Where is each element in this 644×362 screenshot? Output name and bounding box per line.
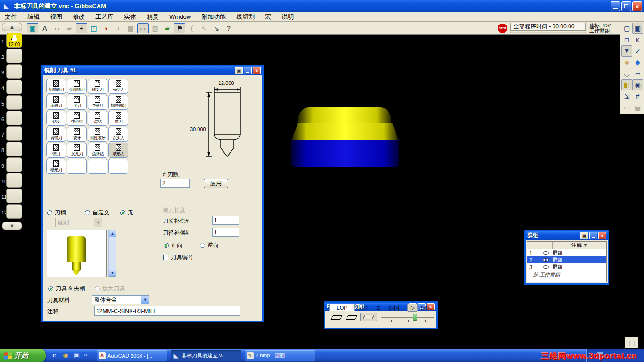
cs-plane-icon[interactable]: ◰ [88,23,99,33]
internet-explorer-icon[interactable]: e [50,351,58,359]
menu-wire-edm[interactable]: 线切割 [236,13,255,21]
direction-radio-forward[interactable]: 正向 [164,241,182,249]
tool-type-counterbore[interactable]: 沉孔刀 [67,143,87,158]
tool-type-backboring[interactable]: 背镗刀 [46,127,66,142]
menu-macro[interactable]: 宏 [265,13,271,21]
shank-radio-custom[interactable]: 自定义 [85,209,109,217]
direction-radio-reverse[interactable]: 逆向 [200,241,219,249]
arc-icon[interactable]: ◖ [113,23,124,33]
view-radio-zoom-tool[interactable]: 放大刀具 [95,285,125,293]
minimize-button[interactable] [611,1,620,11]
tool-slot-7[interactable] [6,126,22,141]
comment-input[interactable] [94,306,240,316]
tool-type-empty[interactable] [108,159,128,174]
group-row-3[interactable]: 3 群组 [527,263,606,271]
profile-icon[interactable]: ◗ [100,23,112,33]
length-comp-input[interactable] [212,216,239,225]
menu-wizard[interactable]: 精灵 [147,13,159,21]
tool-type-shellmill[interactable]: 壳型刀 [108,79,128,94]
pocket-icon[interactable]: ◈ [621,57,632,68]
stop-playback-button[interactable]: □ [377,304,380,311]
tool-type-rigidtap[interactable]: 刚性攻牙 [88,127,107,142]
render-flat-icon[interactable] [331,315,343,320]
group-row-2-selected[interactable]: 2 群组 [527,256,606,263]
help-cursor-icon[interactable]: ? [223,23,234,33]
preview-scrollbar[interactable]: ▲ ▼ [108,230,116,277]
render-icon[interactable]: ◉ [632,79,643,90]
task-gibbscam-active[interactable]: ◣ 非标刀具的建立.v... [171,350,241,361]
tool-type-endmill-rough[interactable]: 切端铣刀 [67,79,87,94]
close-button[interactable]: × [632,1,642,11]
group-table-header[interactable]: 注解 [527,242,606,249]
scroll-down-icon[interactable]: ▼ [109,270,116,277]
tool-slot-4[interactable] [6,80,22,94]
material-dropdown[interactable]: 整体合金 ▼ [92,295,149,304]
tool-slot-5[interactable] [6,95,22,110]
copy-stack-icon[interactable]: ▤ [632,102,643,113]
render-tool-selected-button[interactable] [360,313,377,321]
eye-closed-icon[interactable] [543,265,549,269]
pin-icon[interactable]: ▣ [580,232,588,239]
apply-button[interactable]: 应用 [204,179,228,188]
cursor-flag-icon[interactable]: ↘ [211,23,222,33]
render-tool-icon[interactable] [346,315,358,320]
drill-tool-icon[interactable]: ▼ [621,45,632,57]
dialog-close-button[interactable]: × [253,67,261,74]
dimension-icon[interactable]: # [632,90,643,102]
tool-type-formtool[interactable]: 成形刀 [108,143,128,158]
tool-type-boring[interactable]: 镗刀 [108,111,128,126]
tool-slot-9[interactable] [6,157,22,172]
eye-closed-icon[interactable] [543,251,549,255]
tool-slot-10[interactable] [6,173,22,188]
speed-slider-thumb[interactable] [413,314,417,321]
tool-type-drill[interactable]: 钻头 [46,111,66,126]
tool-slot-8[interactable] [6,142,22,156]
shank-radio-none[interactable]: 无 [120,209,133,217]
menu-process-lib[interactable]: 工艺库 [95,13,114,21]
tool-slot-12[interactable] [6,204,22,219]
mill-dropdown[interactable]: 铣削 ▼ [55,218,102,227]
new-doc-icon[interactable]: ▢ [621,23,632,34]
tool-slot-3[interactable] [6,64,22,79]
tool-type-ballmill[interactable]: 球头刀 [88,79,107,94]
palette-minimize-button[interactable] [589,232,597,239]
tool-type-endmill-flat[interactable]: 切端铣刀 [46,79,66,94]
doc-tool-icon[interactable]: ⇲ [621,90,632,102]
tool-type-empty[interactable] [67,159,87,174]
dialog-minimize-button[interactable] [244,67,252,74]
quick-launch-overflow[interactable]: » [84,352,87,358]
scroll-up-icon[interactable]: ▲ [109,230,116,237]
menu-file[interactable]: 文件 [5,13,17,21]
diameter-comp-input[interactable] [212,228,239,237]
surface-icon[interactable]: ▨ [149,23,161,33]
tool-type-reamer[interactable]: 铰刀 [46,143,66,158]
tool-type-flycutter[interactable]: 飞刀 [67,95,87,110]
tool-list-scroll-up[interactable]: ▲ [2,23,22,31]
tool-type-empty[interactable] [88,159,107,174]
tool-type-facemill[interactable]: 面铣刀 [46,95,66,110]
menu-help[interactable]: 说明 [281,13,294,21]
eyelash-icon[interactable]: ◡ [621,68,632,79]
view-radio-tool-holder[interactable]: 刀具 & 夹柄 [48,285,85,293]
tool-list-scroll-down[interactable]: ▼ [2,222,22,230]
select-text-icon[interactable]: A [39,23,50,33]
select-quad-icon[interactable]: ▣ [27,23,38,33]
wire-cube-icon[interactable]: ▱ [51,23,63,33]
tool-type-spotface[interactable]: 鱼眼钻 [88,143,107,158]
start-button[interactable]: 开始 [0,349,46,362]
plot-icon[interactable]: ▤ [125,23,136,33]
trim-icon[interactable]: κ [632,34,643,45]
tool-slot-11[interactable] [6,189,22,203]
tool-marker-icon[interactable]: ⚑ [174,23,185,33]
menu-modify[interactable]: 修改 [73,13,85,21]
group-row-1[interactable]: 1 群组 [527,249,606,256]
pin-icon[interactable]: ▣ [235,67,243,74]
menu-view[interactable]: 视图 [50,13,62,21]
menu-solids[interactable]: 实体 [124,13,136,21]
cursor-gray-icon[interactable]: ↖ [198,23,210,33]
tool-type-spotdrill[interactable]: 点钻 [88,111,107,126]
stop-icon[interactable]: STOP [498,24,507,33]
show-desktop-icon[interactable]: ▣ [73,351,81,359]
task-paint[interactable]: ✎ 2.bmp - 画图 [245,350,315,361]
shaded-cube-icon[interactable]: ▰ [64,23,75,33]
